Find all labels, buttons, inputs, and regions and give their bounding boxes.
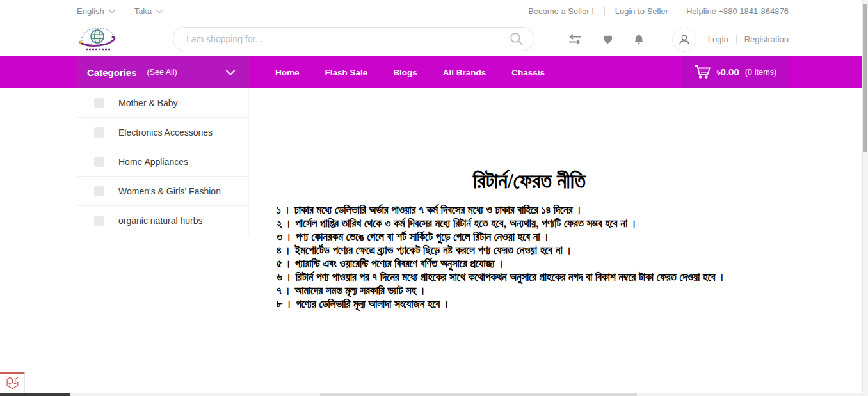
search-icon[interactable] <box>509 31 524 47</box>
nav-link-all-brands[interactable]: All Brands <box>443 68 486 77</box>
page-title: রিটার্ন/ফেরত নীতি <box>277 166 782 196</box>
categories-label: Categories <box>87 67 137 78</box>
language-dropdown[interactable]: English <box>77 6 115 16</box>
chevron-down-icon <box>156 10 163 13</box>
search-input[interactable] <box>186 34 509 44</box>
nav-link-home[interactable]: Home <box>275 68 300 77</box>
currency-label: Taka <box>134 6 152 16</box>
policy-line: ১ । ঢাকার মধ্যে ডেলিভারি অর্ডার পাওয়ার … <box>277 203 782 217</box>
see-all-label: (See All) <box>147 68 177 77</box>
cart-button[interactable]: ৳0.00 (0 Items) <box>682 56 789 88</box>
category-thumbnail-icon <box>94 186 104 196</box>
helpline-text: Helpline +880 1841-864876 <box>686 6 789 16</box>
vertical-scrollbar-thumb[interactable] <box>863 4 867 152</box>
cart-item-count: (0 Items) <box>745 68 776 77</box>
nav-links: Home Flash Sale Blogs All Brands Chassis <box>275 56 545 88</box>
nav-link-flash-sale[interactable]: Flash Sale <box>325 68 368 77</box>
divider <box>736 35 737 44</box>
horizontal-scrollbar-thumb[interactable] <box>320 393 637 396</box>
policy-line: ৮ । পণ্যের ডেলিভারি মূল্য আলাদা সংযোজন হ… <box>277 297 782 311</box>
notifications-button[interactable] <box>634 34 644 45</box>
sidebar-item-womens-girls-fashion[interactable]: Women's & Girls' Fashion <box>77 177 248 206</box>
become-seller-link[interactable]: Become a Seller ! <box>528 6 594 16</box>
compare-arrows-icon <box>568 34 582 45</box>
login-to-seller-link[interactable]: Login to Seller <box>615 6 668 16</box>
cart-total: ৳0.00 <box>717 67 739 78</box>
language-label: English <box>77 6 104 16</box>
sidebar-item-organic-natural-hurbs[interactable]: organic natural hurbs <box>77 206 248 235</box>
horizontal-scrollbar[interactable] <box>70 393 868 396</box>
nav-link-blogs[interactable]: Blogs <box>393 68 417 77</box>
category-thumbnail-icon <box>94 157 104 167</box>
compare-button[interactable] <box>568 34 582 45</box>
policy-line: ৪ । ইমপোর্টেড পণ্যের ক্ষেত্রে ব্র্যান্ড … <box>277 244 782 257</box>
person-icon <box>677 33 691 47</box>
policy-line: ২ । পার্সেল প্রাপ্তির তারিখ থেকে ৩ কর্ম … <box>277 217 782 230</box>
cart-icon <box>694 65 711 80</box>
wishlist-button[interactable] <box>602 35 613 44</box>
category-thumbnail-icon <box>94 98 104 108</box>
policy-line: ৭ । আমাদের সমস্ত মূল্য সরকারি ভ্যাট সহ । <box>277 284 782 297</box>
debugbar-toggle[interactable] <box>0 372 25 393</box>
sidebar-item-mother-baby[interactable]: Mother & Baby <box>77 88 248 118</box>
vertical-scrollbar[interactable] <box>862 0 868 396</box>
policy-line: ৩ । পণ্য কোনরকম ভেঙে গেলে বা শর্ট সার্কি… <box>277 230 782 244</box>
nav-link-chassis[interactable]: Chassis <box>511 68 545 77</box>
divider <box>604 6 605 16</box>
categories-menu-button[interactable]: Categories (See All) <box>77 56 250 88</box>
registration-link[interactable]: Registration <box>744 35 789 44</box>
policy-list: ১ । ঢাকার মধ্যে ডেলিভারি অর্ডার পাওয়ার … <box>277 203 782 311</box>
account-button[interactable] <box>672 28 696 52</box>
policy-line: ৫ । গ্যারান্টি এবং ওয়ারেন্টি পণ্যের বিব… <box>277 257 782 271</box>
main-header: Login Registration <box>0 22 868 56</box>
sidebar-item-home-appliances[interactable]: Home Appliances <box>77 147 248 177</box>
category-thumbnail-icon <box>94 216 104 226</box>
laravel-icon <box>6 377 19 390</box>
currency-dropdown[interactable]: Taka <box>134 6 163 16</box>
top-utility-bar: English Taka Become a Seller ! Login to … <box>0 0 868 22</box>
return-policy-content: রিটার্ন/ফেরত নীতি ১ । ঢাকার মধ্যে ডেলিভা… <box>277 166 782 311</box>
site-logo[interactable] <box>74 24 123 55</box>
search-bar <box>173 27 534 51</box>
chevron-down-icon <box>109 10 115 13</box>
debugbar-bottom-strip <box>0 393 70 396</box>
heart-icon <box>602 35 613 44</box>
category-thumbnail-icon <box>94 127 104 138</box>
primary-navbar: Categories (See All) Home Flash Sale Blo… <box>0 56 868 88</box>
policy-line: ৬ । রিটার্ন পণ্য পাওয়ার পর ৭ দিনের মধ্য… <box>277 271 782 284</box>
login-link[interactable]: Login <box>708 35 728 44</box>
globe-swoosh-logo-icon <box>74 24 123 55</box>
bell-icon <box>634 34 644 45</box>
sidebar-item-electronics-accessories[interactable]: Electronics Accessories <box>77 118 248 147</box>
category-sidebar: Mother & Baby Electronics Accessories Ho… <box>77 88 249 235</box>
chevron-down-icon <box>225 70 236 75</box>
